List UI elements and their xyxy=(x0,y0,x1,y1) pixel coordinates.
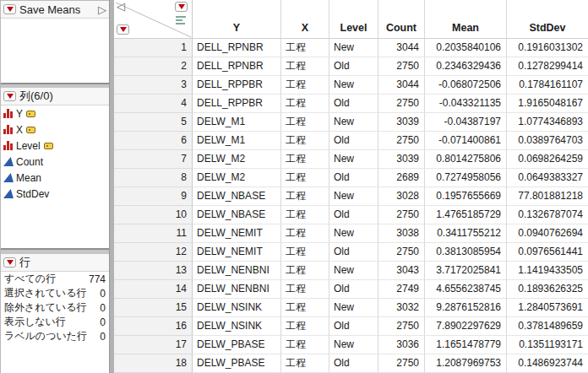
cell-level[interactable]: Old xyxy=(329,354,378,373)
cell-stddev[interactable]: 0.0940762694 xyxy=(507,224,588,243)
cell-x[interactable]: 工程 xyxy=(281,132,329,150)
cell-y[interactable]: DELW_NEMIT xyxy=(193,243,281,262)
cell-level[interactable]: Old xyxy=(329,169,378,187)
cell-x[interactable]: 工程 xyxy=(281,262,329,280)
cell-x[interactable]: 工程 xyxy=(281,57,329,76)
cell-level[interactable]: New xyxy=(329,113,378,132)
rows-stat-row[interactable]: すべての行774 xyxy=(1,272,109,286)
cell-level[interactable]: Old xyxy=(329,280,378,299)
cell-stddev[interactable]: 1.2840573691 xyxy=(507,299,588,317)
cell-stddev[interactable]: 0.1278299414 xyxy=(507,57,588,76)
cell-stddev[interactable]: 0.0976561441 xyxy=(507,243,588,262)
cell-stddev[interactable]: 0.3781489659 xyxy=(507,317,588,336)
panel-divider[interactable] xyxy=(1,248,109,254)
cell-count[interactable]: 2750 xyxy=(378,317,425,336)
cell-mean[interactable]: 1.4765185729 xyxy=(425,206,507,224)
row-number-cell[interactable]: 8 xyxy=(114,169,193,187)
cell-y[interactable]: DELW_NSINK xyxy=(193,317,281,336)
cell-count[interactable]: 2750 xyxy=(378,206,425,224)
cell-mean[interactable]: 9.2876152816 xyxy=(425,299,507,317)
cell-mean[interactable]: -0.068072506 xyxy=(425,76,507,95)
cell-mean[interactable]: 3.7172025841 xyxy=(425,262,507,280)
cell-y[interactable]: DELW_NSINK xyxy=(193,299,281,317)
cell-x[interactable]: 工程 xyxy=(281,187,329,206)
cell-mean[interactable]: -0.043321135 xyxy=(425,95,507,113)
cell-count[interactable]: 2689 xyxy=(378,169,425,187)
cell-mean[interactable]: 1.2087969753 xyxy=(425,354,507,373)
cell-count[interactable]: 2749 xyxy=(378,280,425,299)
cell-level[interactable]: New xyxy=(329,150,378,169)
cell-y[interactable]: DELL_RPPBR xyxy=(193,76,281,95)
row-number-cell[interactable]: 2 xyxy=(114,57,193,76)
cell-stddev[interactable]: 1.0774346893 xyxy=(507,113,588,132)
red-triangle-menu-icon[interactable] xyxy=(3,91,16,101)
cell-level[interactable]: New xyxy=(329,299,378,317)
row-number-cell[interactable]: 16 xyxy=(114,317,193,336)
row-number-cell[interactable]: 12 xyxy=(114,243,193,262)
cell-mean[interactable]: 0.8014275806 xyxy=(425,150,507,169)
cell-mean[interactable]: -0.071400861 xyxy=(425,132,507,150)
cell-x[interactable]: 工程 xyxy=(281,299,329,317)
cell-stddev[interactable]: 0.0698264259 xyxy=(507,150,588,169)
cell-count[interactable]: 3044 xyxy=(378,76,425,95)
column-list-item-level[interactable]: Level xyxy=(1,138,109,154)
cell-count[interactable]: 2750 xyxy=(378,95,425,113)
cell-x[interactable]: 工程 xyxy=(281,317,329,336)
cell-count[interactable]: 2750 xyxy=(378,354,425,373)
cell-y[interactable]: DELW_NEMIT xyxy=(193,224,281,243)
cell-stddev[interactable]: 0.1351193171 xyxy=(507,336,588,354)
cell-y[interactable]: DELW_PBASE xyxy=(193,354,281,373)
cell-stddev[interactable]: 0.0389764703 xyxy=(507,132,588,150)
cell-mean[interactable]: 0.3411755212 xyxy=(425,224,507,243)
cell-x[interactable]: 工程 xyxy=(281,95,329,113)
row-number-cell[interactable]: 1 xyxy=(114,39,193,57)
cell-level[interactable]: Old xyxy=(329,243,378,262)
row-number-cell[interactable]: 6 xyxy=(114,132,193,150)
cell-stddev[interactable]: 0.1916031302 xyxy=(507,39,588,57)
cell-mean[interactable]: 0.1957655669 xyxy=(425,187,507,206)
cell-count[interactable]: 2750 xyxy=(378,132,425,150)
cell-level[interactable]: Old xyxy=(329,317,378,336)
cell-level[interactable]: New xyxy=(329,262,378,280)
column-header-count[interactable]: Count xyxy=(378,0,425,39)
cell-stddev[interactable]: 0.1326787074 xyxy=(507,206,588,224)
cell-level[interactable]: Old xyxy=(329,132,378,150)
column-list-item-y[interactable]: Y xyxy=(1,105,109,122)
cell-stddev[interactable]: 0.1486923744 xyxy=(507,354,588,373)
rows-list-icon[interactable] xyxy=(176,16,186,24)
row-number-cell[interactable]: 13 xyxy=(114,262,193,280)
column-list-item-mean[interactable]: Mean xyxy=(1,170,109,186)
rows-menu-red-triangle-icon[interactable] xyxy=(117,24,129,35)
column-header-mean[interactable]: Mean xyxy=(425,0,507,39)
cell-mean[interactable]: 4.6556238745 xyxy=(425,280,507,299)
row-number-cell[interactable]: 5 xyxy=(114,113,193,132)
cell-count[interactable]: 2750 xyxy=(378,57,425,76)
column-header-level[interactable]: Level xyxy=(329,0,378,39)
cell-x[interactable]: 工程 xyxy=(281,113,329,132)
cell-mean[interactable]: 1.1651478779 xyxy=(425,336,507,354)
cell-level[interactable]: New xyxy=(329,187,378,206)
cell-mean[interactable]: 0.2035840106 xyxy=(425,39,507,57)
cell-x[interactable]: 工程 xyxy=(281,243,329,262)
cell-stddev[interactable]: 1.1419433505 xyxy=(507,262,588,280)
cell-x[interactable]: 工程 xyxy=(281,39,329,57)
cell-y[interactable]: DELW_M1 xyxy=(193,113,281,132)
cell-y[interactable]: DELW_M2 xyxy=(193,169,281,187)
cell-x[interactable]: 工程 xyxy=(281,150,329,169)
cell-x[interactable]: 工程 xyxy=(281,336,329,354)
cell-level[interactable]: New xyxy=(329,39,378,57)
cell-y[interactable]: DELW_PBASE xyxy=(193,336,281,354)
cell-x[interactable]: 工程 xyxy=(281,224,329,243)
cell-mean[interactable]: 0.2346329436 xyxy=(425,57,507,76)
cell-count[interactable]: 3039 xyxy=(378,113,425,132)
cell-mean[interactable]: -0.04387197 xyxy=(425,113,507,132)
column-list-item-x[interactable]: X xyxy=(1,122,109,138)
cell-count[interactable]: 3038 xyxy=(378,224,425,243)
cell-level[interactable]: New xyxy=(329,76,378,95)
cell-x[interactable]: 工程 xyxy=(281,354,329,373)
cell-y[interactable]: DELW_NENBNI xyxy=(193,280,281,299)
cell-y[interactable]: DELL_RPPBR xyxy=(193,95,281,113)
cell-y[interactable]: DELW_NBASE xyxy=(193,206,281,224)
cell-y[interactable]: DELW_NENBNI xyxy=(193,262,281,280)
cell-mean[interactable]: 0.7274958056 xyxy=(425,169,507,187)
